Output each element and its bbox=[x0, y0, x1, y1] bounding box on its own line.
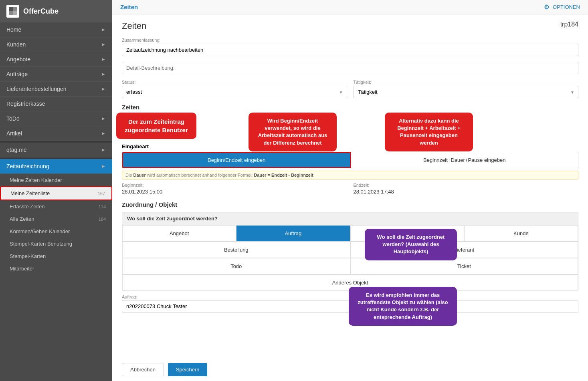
bottom-bar: Abbrechen Speichern bbox=[112, 358, 588, 381]
sidebar-item-auftraege[interactable]: Aufträge ► bbox=[0, 67, 112, 82]
zuordnung-btn-bestellung[interactable]: Bestellung bbox=[122, 242, 350, 258]
zuordnung-btn-auftrag[interactable]: Auftrag bbox=[236, 225, 350, 242]
btn-beginn-dauer[interactable]: Beginnzeit+Dauer+Pause eingeben bbox=[351, 152, 578, 168]
benutzer-field-label: Benutzer: bbox=[122, 121, 578, 126]
eingabeart-row: Beginn/Endzeit eingeben Beginnzeit+Dauer… bbox=[122, 152, 578, 168]
sidebar-subitem-erfasste-zeiten[interactable]: Erfasste Zeiten 114 bbox=[0, 200, 112, 213]
top-bar-title: Zeiten bbox=[120, 4, 138, 10]
status-select[interactable]: erfasst bbox=[122, 86, 347, 98]
sidebar-item-registrierkasse[interactable]: Registrierkasse bbox=[0, 97, 112, 111]
zuordnung-btn-ticket[interactable]: Ticket bbox=[350, 258, 578, 274]
sidebar-subitem-stempel-karten[interactable]: Stempel-Karten bbox=[0, 250, 112, 262]
sidebar: OfferCube Home ► Kunden ► Angebote ► Auf… bbox=[0, 0, 112, 381]
beginnzeit-col: Beginnzeit: 28.01.2023 15:00 bbox=[122, 183, 347, 195]
status-select-wrapper: erfasst ▼ bbox=[122, 86, 347, 98]
sidebar-item-artikel[interactable]: Artikel ► bbox=[0, 126, 112, 141]
sidebar-item-zeitaufzeichnung[interactable]: Zeitaufzeichnung ► bbox=[0, 159, 112, 174]
btn-beginn-endzeit[interactable]: Beginn/Endzeit eingeben bbox=[122, 152, 351, 168]
sidebar-item-qtag[interactable]: qtag.me ► bbox=[0, 143, 112, 157]
page-title: Zeiten bbox=[122, 21, 146, 31]
taetigkeit-label: Tätigkeit: bbox=[354, 80, 579, 85]
detail-group bbox=[122, 62, 578, 74]
chevron-icon: ► bbox=[101, 131, 106, 136]
page-header: Zeiten trp184 bbox=[122, 21, 578, 31]
auftrag-label: Auftrag: bbox=[122, 294, 578, 299]
logo-icon bbox=[6, 5, 19, 18]
sidebar-item-todo[interactable]: ToDo ► bbox=[0, 111, 112, 126]
sidebar-item-kunden[interactable]: Kunden ► bbox=[0, 37, 112, 52]
von-benutzer-label: Von Benutzer bbox=[122, 114, 578, 119]
chevron-icon: ► bbox=[101, 42, 106, 47]
zusammenfassung-input[interactable] bbox=[122, 44, 578, 56]
zusammenfassung-group: Zusammenfassung: bbox=[122, 38, 578, 56]
sidebar-item-lieferantenbestellungen[interactable]: Lieferantenbestellungen ► bbox=[0, 82, 112, 97]
chevron-icon: ► bbox=[101, 27, 106, 32]
svg-rect-1 bbox=[13, 7, 17, 11]
beginnzeit-value: 28.01.2023 15:00 bbox=[122, 189, 347, 195]
chevron-icon: ► bbox=[101, 71, 106, 77]
options-label[interactable]: OPTIONEN bbox=[553, 4, 580, 10]
auftrag-field-group: Auftrag: n202200073 Chuck Tester bbox=[122, 294, 578, 312]
zuordnung-btn-rechnung[interactable]: Rechnung bbox=[350, 225, 464, 242]
sidebar-subitem-alle-zeiten[interactable]: Alle Zeiten 184 bbox=[0, 213, 112, 225]
auftrag-value[interactable]: n202200073 Chuck Tester bbox=[122, 300, 578, 312]
top-bar: Zeiten ⚙ OPTIONEN bbox=[112, 0, 588, 14]
taetigkeit-select[interactable]: Tätigkeit bbox=[354, 86, 579, 98]
chevron-icon: ► bbox=[101, 116, 106, 121]
chevron-icon: ► bbox=[101, 56, 106, 62]
svg-rect-0 bbox=[9, 7, 13, 11]
sidebar-subitem-kommen-gehen[interactable]: Kommen/Gehen Kalender bbox=[0, 225, 112, 238]
detail-input[interactable] bbox=[122, 62, 578, 74]
zuordnung-question-box: Wo soll die Zeit zugeordnet werden? Ange… bbox=[122, 212, 578, 291]
chevron-icon: ► bbox=[101, 163, 106, 169]
endzeit-col: Endzeit: 28.01.2023 17:48 bbox=[354, 183, 579, 195]
svg-rect-2 bbox=[9, 11, 13, 15]
content-area: Der zum Zeiteintrag zugeordnete Benutzer… bbox=[112, 14, 588, 358]
top-bar-right: ⚙ OPTIONEN bbox=[544, 3, 580, 11]
zuordnung-grid: Angebot Auftrag Rechnung Kunde Bestellun… bbox=[122, 225, 578, 291]
eingabeart-label: Eingabeart bbox=[122, 143, 578, 149]
speichern-button[interactable]: Speichern bbox=[168, 363, 208, 376]
status-label: Status: bbox=[122, 80, 347, 85]
benutzer-value: leo@eibler.at (Eibler, Leo) bbox=[122, 127, 195, 139]
sidebar-subitem-mitarbeiter[interactable]: Mitarbeiter bbox=[0, 262, 112, 275]
abbrechen-button[interactable]: Abbrechen bbox=[122, 363, 164, 376]
alle-zeiten-count: 184 bbox=[99, 217, 106, 222]
zuordnung-btn-anderes[interactable]: Anderes Objekt bbox=[122, 274, 578, 291]
zuordnung-btn-angebot[interactable]: Angebot bbox=[122, 225, 236, 242]
zuordnung-question-header: Wo soll die Zeit zugeordnet werden? bbox=[122, 212, 578, 225]
formula-hint: Die Dauer wird automatisch berechnet anh… bbox=[122, 171, 578, 179]
endzeit-value: 28.01.2023 17:48 bbox=[354, 189, 579, 195]
erfasste-zeiten-count: 114 bbox=[99, 204, 106, 209]
endzeit-label: Endzeit: bbox=[354, 183, 579, 187]
status-taetigkeit-row: Status: erfasst ▼ Tätigkeit: Tätigkeit ▼ bbox=[122, 80, 578, 98]
status-col: Status: erfasst ▼ bbox=[122, 80, 347, 98]
sidebar-item-angebote[interactable]: Angebote ► bbox=[0, 52, 112, 67]
sidebar-subitem-meine-zeitenliste[interactable]: Meine Zeitenliste 167 bbox=[0, 186, 112, 200]
sidebar-subitem-stempel-benutzung[interactable]: Stempel-Karten Benutzung bbox=[0, 238, 112, 250]
logo-area: OfferCube bbox=[0, 0, 112, 22]
zuordnung-title: Zuordnung / Objekt bbox=[122, 201, 578, 208]
beginnzeit-label: Beginnzeit: bbox=[122, 183, 347, 187]
zeiten-section-title: Zeiten bbox=[122, 104, 578, 111]
meine-zeitenliste-count: 167 bbox=[98, 191, 105, 196]
zuordnung-btn-todo[interactable]: Todo bbox=[122, 258, 350, 274]
zuordnung-section: Zuordnung / Objekt Wo soll die Zeit zuge… bbox=[122, 201, 578, 312]
zusammenfassung-label: Zusammenfassung: bbox=[122, 38, 578, 42]
logo-text: OfferCube bbox=[23, 7, 59, 16]
sidebar-subitem-meine-zeiten-kalender[interactable]: Meine Zeiten Kalender bbox=[0, 174, 112, 186]
time-row: Beginnzeit: 28.01.2023 15:00 Endzeit: 28… bbox=[122, 183, 578, 195]
chevron-icon: ► bbox=[101, 86, 106, 92]
main-content: Zeiten ⚙ OPTIONEN Der zum Zeiteintrag zu… bbox=[112, 0, 588, 381]
svg-rect-3 bbox=[13, 11, 17, 15]
zuordnung-btn-kunde[interactable]: Kunde bbox=[464, 225, 578, 242]
zuordnung-btn-lieferant[interactable]: Lieferant bbox=[350, 242, 578, 258]
page-id: trp184 bbox=[560, 21, 578, 28]
sidebar-item-home[interactable]: Home ► bbox=[0, 22, 112, 37]
chevron-icon: ► bbox=[101, 147, 106, 153]
taetigkeit-select-wrapper: Tätigkeit ▼ bbox=[354, 86, 579, 98]
taetigkeit-col: Tätigkeit: Tätigkeit ▼ bbox=[354, 80, 579, 98]
gear-icon: ⚙ bbox=[544, 3, 550, 11]
